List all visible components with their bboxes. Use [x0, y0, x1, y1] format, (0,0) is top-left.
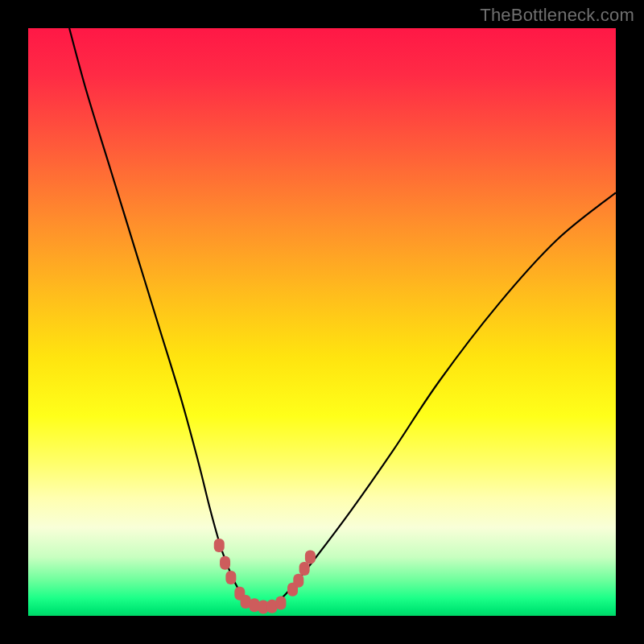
chart-stage: TheBottleneck.com — [0, 0, 644, 644]
optimal-marker — [275, 596, 286, 609]
optimal-marker — [220, 556, 230, 570]
optimal-marker — [305, 551, 316, 564]
optimal-markers — [214, 539, 316, 614]
optimal-marker — [225, 571, 236, 584]
optimal-marker — [299, 562, 310, 576]
optimal-marker — [214, 539, 225, 552]
chart-overlay — [28, 28, 616, 616]
optimal-marker — [293, 574, 303, 588]
watermark-text: TheBottleneck.com — [480, 5, 634, 26]
bottleneck-curve — [69, 28, 616, 607]
